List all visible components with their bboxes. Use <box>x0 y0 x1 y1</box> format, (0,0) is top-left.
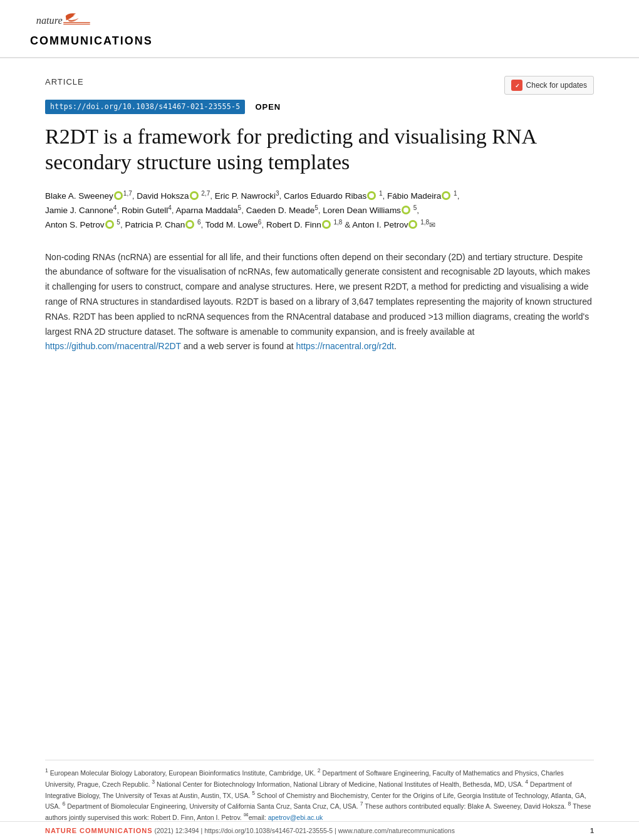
header: nature COMMUNICATIONS <box>0 0 639 58</box>
github-link[interactable]: https://github.com/rnacentral/R2DT <box>45 341 181 351</box>
main-content: ARTICLE ✓ Check for updates https://doi.… <box>0 58 639 354</box>
open-badge: OPEN <box>255 101 281 113</box>
orcid-icon-5 <box>442 191 450 200</box>
article-title: R2DT is a framework for predicting and v… <box>45 124 594 176</box>
author-10: Loren Dean Williams <box>323 206 401 215</box>
author-1: Blake A. Sweeney <box>45 191 113 201</box>
affiliations-section: 1 European Molecular Biology Laboratory,… <box>45 760 594 822</box>
abstract-text: Non-coding RNAs (ncRNA) are essential fo… <box>45 250 594 355</box>
sup-3: 3 <box>276 189 279 196</box>
nature-logo-svg: nature <box>30 11 99 35</box>
author-8: Aparna Maddala <box>176 206 238 215</box>
author-4: Carlos Eduardo Ribas <box>284 191 366 201</box>
orcid-icon-10 <box>402 206 410 214</box>
footer-year: (2021) 12:3494 <box>154 827 199 834</box>
author-13: Todd M. Lowe <box>205 220 258 229</box>
sup-1: 1,7 <box>123 189 132 196</box>
sup-15: 1,8 <box>420 218 429 225</box>
sup-14: 1,8 <box>334 218 343 225</box>
sup-2: 2,7 <box>201 189 210 196</box>
sup-4: 1 <box>379 189 383 196</box>
doi-open-row: https://doi.org/10.1038/s41467-021-23555… <box>45 100 594 114</box>
footer-journal: NATURE COMMUNICATIONS (2021) 12:3494 | h… <box>45 826 455 836</box>
footer-bar: NATURE COMMUNICATIONS (2021) 12:3494 | h… <box>0 821 639 840</box>
logo-area: nature COMMUNICATIONS <box>30 11 153 50</box>
orcid-icon-14 <box>322 220 331 229</box>
orcid-icon-15 <box>408 220 417 229</box>
author-9: Caeden D. Meade <box>246 206 315 215</box>
sup-13: 6 <box>258 218 262 225</box>
journal-label: NATURE COMMUNICATIONS <box>45 827 153 834</box>
authors-section: Blake A. Sweeney1,7, David Hoksza 2,7, E… <box>45 189 594 233</box>
footer-doi: | https://doi.org/10.1038/s41467-021-235… <box>201 827 336 834</box>
sup-11: 5 <box>117 218 120 225</box>
sup-8: 5 <box>238 204 242 211</box>
author-12: Patricia P. Chan <box>125 220 185 229</box>
check-updates-label: Check for updates <box>526 81 587 90</box>
orcid-icon-1 <box>114 191 123 200</box>
page-number: 1 <box>590 826 594 836</box>
orcid-icon-11 <box>105 220 114 229</box>
article-type-label: ARTICLE <box>45 76 84 88</box>
svg-text:nature: nature <box>36 14 63 26</box>
page: nature COMMUNICATIONS ARTICLE ✓ Check fo… <box>0 0 639 840</box>
author-6: Jamie J. Cannone <box>45 206 113 215</box>
footer-site: www.nature.com/naturecommunications <box>338 827 455 834</box>
sup-7: 4 <box>168 204 172 211</box>
orcid-icon-12 <box>185 220 194 229</box>
doi-badge[interactable]: https://doi.org/10.1038/s41467-021-23555… <box>45 100 245 114</box>
journal-name-header: COMMUNICATIONS <box>30 33 153 50</box>
orcid-icon-4 <box>367 191 376 200</box>
sup-5: 1 <box>454 189 457 196</box>
article-top-row: ARTICLE ✓ Check for updates <box>45 76 594 95</box>
author-7: Robin Gutell <box>122 206 168 215</box>
check-updates-button[interactable]: ✓ Check for updates <box>504 76 594 95</box>
sup-9: 5 <box>314 204 318 211</box>
affiliations-text: 1 European Molecular Biology Laboratory,… <box>45 767 594 822</box>
author-3: Eric P. Nawrocki <box>215 191 276 201</box>
sup-6: 4 <box>113 204 117 211</box>
rnacentral-link[interactable]: https://rnacentral.org/r2dt <box>296 341 394 351</box>
author-2: David Hoksza <box>137 191 189 201</box>
author-15: Anton I. Petrov <box>352 220 408 229</box>
crossmark-icon: ✓ <box>512 81 521 90</box>
orcid-icon-2 <box>190 191 199 200</box>
svg-text:✓: ✓ <box>514 83 519 89</box>
sup-12: 6 <box>197 218 201 225</box>
check-updates-icon: ✓ <box>511 80 522 91</box>
abstract-section: Non-coding RNAs (ncRNA) are essential fo… <box>45 250 594 355</box>
author-5: Fábio Madeira <box>387 191 441 201</box>
email-link[interactable]: apetrov@ebi.ac.uk <box>268 814 323 821</box>
author-14: Robert D. Finn <box>266 220 321 229</box>
email-icon: ✉ <box>429 219 435 231</box>
sup-10: 5 <box>413 204 417 211</box>
author-11: Anton S. Petrov <box>45 220 105 229</box>
